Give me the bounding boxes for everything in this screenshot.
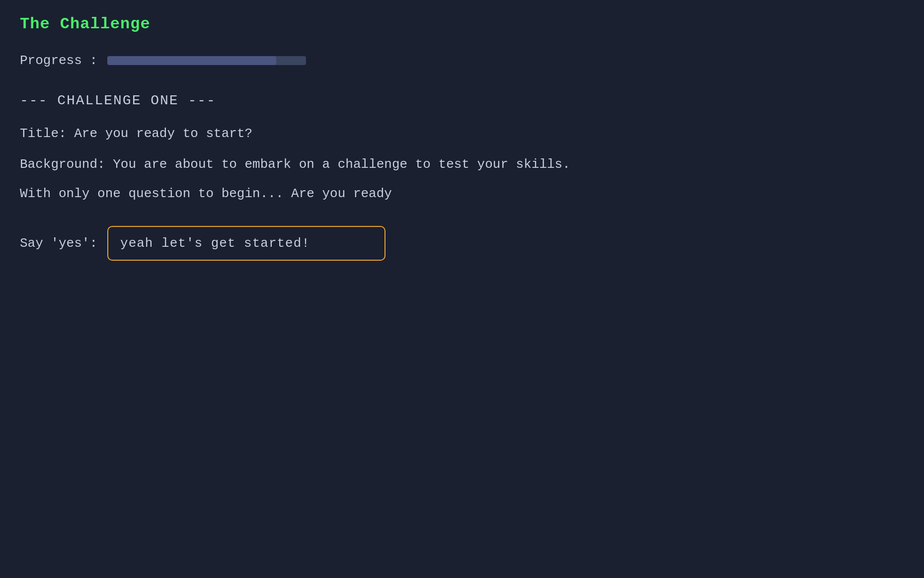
say-label: Say 'yes': — [20, 236, 97, 251]
say-input[interactable] — [107, 226, 385, 261]
challenge-background-value: You are about to embark on a challenge t… — [113, 157, 570, 172]
challenge-extra-text: With only one question to begin... Are y… — [20, 186, 904, 201]
say-row: Say 'yes': — [20, 226, 904, 261]
progress-label: Progress : — [20, 53, 97, 68]
progress-bar-background — [107, 56, 306, 65]
challenge-header: --- CHALLENGE ONE --- — [20, 93, 904, 108]
challenge-title-value: Are you ready to start? — [74, 126, 252, 141]
progress-bar-fill — [107, 56, 276, 65]
challenge-background-row: Background: You are about to embark on a… — [20, 155, 904, 174]
challenge-title-row: Title: Are you ready to start? — [20, 126, 904, 141]
challenge-title-label: Title: — [20, 126, 67, 141]
challenge-background-label: Background: — [20, 157, 105, 172]
page-title: The Challenge — [20, 15, 904, 33]
progress-row: Progress : — [20, 53, 904, 68]
